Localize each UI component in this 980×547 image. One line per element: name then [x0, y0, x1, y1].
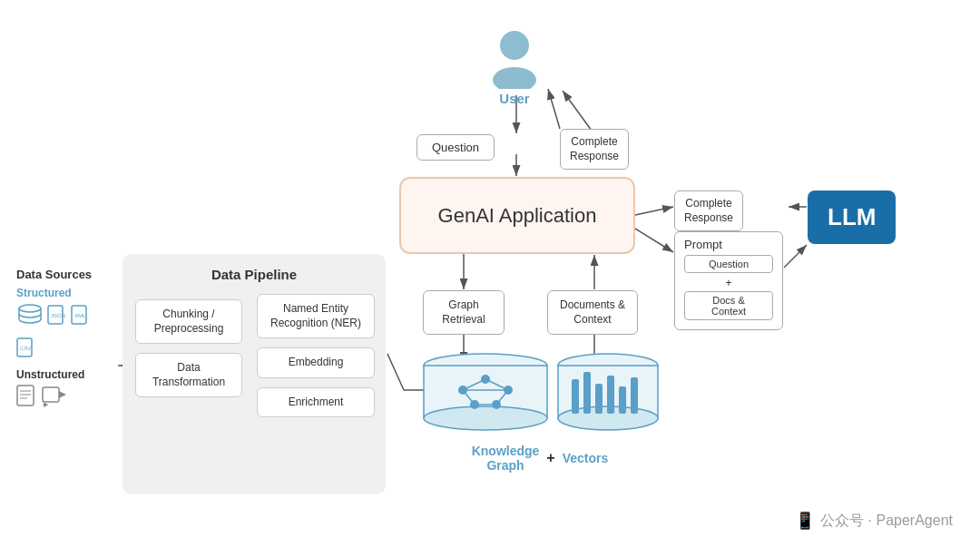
svg-rect-51	[572, 379, 579, 414]
xml-icon: XML	[71, 305, 91, 328]
pipeline-title: Data Pipeline	[135, 267, 373, 282]
svg-point-32	[500, 31, 529, 60]
svg-rect-24	[17, 386, 34, 405]
prompt-question: Question	[684, 255, 773, 273]
pipeline-steps-right: Named Entity Recognition (NER) Embedding…	[257, 294, 375, 426]
data-transformation-step: Data Transformation	[135, 353, 242, 397]
svg-text:JSON: JSON	[51, 313, 65, 318]
watermark-text: 公众号 · PaperAgent	[820, 512, 953, 531]
svg-text:XML: XML	[74, 313, 86, 318]
prompt-label: Prompt	[684, 238, 773, 251]
llm-box: LLM	[808, 190, 896, 244]
database-icon	[16, 303, 44, 330]
svg-line-15	[387, 354, 404, 390]
user-label: User	[487, 91, 542, 106]
graph-retrieval-box: GraphRetrieval	[423, 290, 505, 335]
knowledge-graph-cylinder	[413, 352, 667, 438]
complete-response-llm: CompleteResponse	[674, 190, 743, 231]
knowledge-graph-label: KnowledgeGraph	[472, 444, 540, 473]
enrichment-step: Enrichment	[257, 387, 375, 418]
complete-response-top: CompleteResponse	[560, 129, 629, 170]
watermark: 📱 公众号 · PaperAgent	[795, 511, 953, 531]
data-sources-panel: Data Sources Structured JSON XML	[16, 268, 121, 410]
svg-line-9	[635, 229, 673, 252]
vectors-label: Vectors	[563, 451, 609, 465]
svg-point-36	[424, 406, 547, 430]
user-icon	[487, 25, 542, 89]
diagram-container: Data Sources Structured JSON XML	[0, 0, 980, 547]
docs-context-box: Documents &Context	[547, 290, 638, 335]
svg-rect-56	[631, 377, 638, 414]
data-sources-title: Data Sources	[16, 268, 121, 281]
complete-response-top-label: CompleteResponse	[570, 135, 619, 162]
svg-point-17	[19, 305, 41, 312]
question-box: Question	[416, 134, 495, 161]
structured-label: Structured	[16, 287, 121, 299]
unstructured-label: Unstructured	[16, 368, 121, 381]
pipeline-steps-left: Chunking / Preprocessing Data Transforma…	[135, 299, 242, 406]
genai-box: GenAI Application	[399, 177, 635, 254]
svg-rect-55	[619, 386, 626, 414]
svg-marker-29	[59, 391, 66, 398]
wechat-icon: 📱	[795, 511, 815, 531]
chunking-step: Chunking / Preprocessing	[135, 299, 242, 344]
json-icon: JSON	[47, 305, 67, 328]
prompt-docs: Docs &Context	[684, 291, 773, 320]
svg-rect-52	[583, 372, 591, 414]
svg-point-33	[493, 67, 536, 89]
question-label: Question	[432, 141, 479, 154]
prompt-box: Prompt Question + Docs &Context	[674, 231, 783, 330]
svg-rect-54	[607, 376, 614, 414]
kb-sublabels: KnowledgeGraph + Vectors	[404, 444, 676, 473]
genai-label: GenAI Application	[438, 204, 597, 228]
unstructured-icons: ▶	[16, 385, 121, 410]
svg-rect-53	[595, 384, 603, 414]
knowledge-base: KnowledgeGraph + Vectors	[404, 352, 676, 473]
docs-context-label: Documents &Context	[560, 298, 625, 326]
kb-plus: +	[546, 450, 554, 466]
llm-label: LLM	[828, 203, 876, 231]
complete-response-llm-label: CompleteResponse	[684, 197, 733, 224]
svg-line-8	[784, 245, 807, 268]
structured-icons: JSON XML	[16, 303, 121, 330]
graph-retrieval-label: GraphRetrieval	[442, 298, 485, 326]
video-icon: ▶	[42, 386, 67, 408]
csv-icon-row: CSV	[16, 337, 121, 361]
ner-step: Named Entity Recognition (NER)	[257, 294, 375, 338]
svg-line-6	[635, 207, 673, 215]
svg-line-14	[548, 89, 560, 129]
svg-rect-28	[43, 387, 59, 402]
csv-icon: CSV	[16, 337, 36, 361]
svg-text:CSV: CSV	[20, 346, 31, 351]
embedding-step: Embedding	[257, 347, 375, 378]
document-icon	[16, 385, 38, 410]
data-pipeline-panel: Data Pipeline Chunking / Preprocessing D…	[122, 254, 386, 494]
user-area: User	[487, 25, 542, 106]
